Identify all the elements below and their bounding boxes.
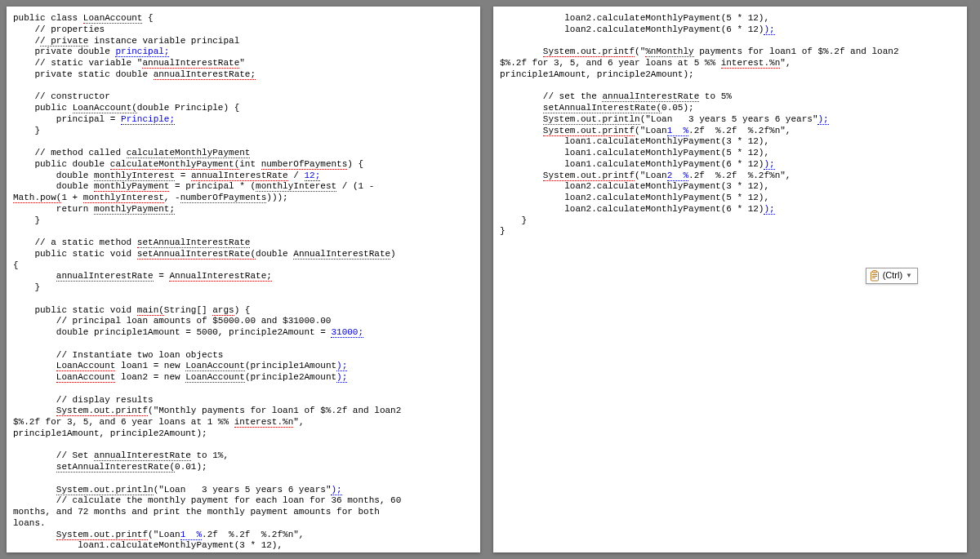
svg-rect-3 (872, 276, 877, 277)
document-page-2: loan2.calculateMonthlyPayment(5 * 12), l… (493, 7, 967, 552)
chevron-down-icon: ▼ (906, 272, 912, 280)
document-page-1: public class LoanAccount { // properties… (7, 7, 480, 552)
code-block-page-2: loan2.calculateMonthlyPayment(5 * 12), l… (500, 13, 960, 237)
svg-rect-1 (872, 271, 876, 273)
paste-options-label: (Ctrl) (883, 270, 902, 282)
paste-options-button[interactable]: (Ctrl) ▼ (866, 268, 918, 284)
code-block-page-1: public class LoanAccount { // properties… (13, 13, 474, 552)
svg-rect-2 (872, 274, 877, 275)
clipboard-icon (870, 270, 880, 282)
svg-rect-4 (872, 277, 875, 278)
